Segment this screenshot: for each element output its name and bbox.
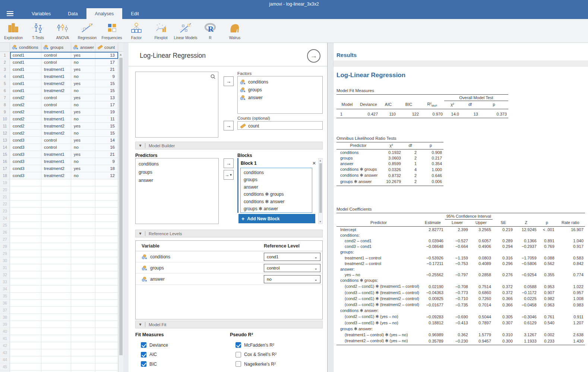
- cell[interactable]: 9: [95, 158, 118, 165]
- cell[interactable]: no: [71, 158, 95, 165]
- cell[interactable]: [10, 201, 41, 208]
- cell[interactable]: control: [41, 52, 71, 59]
- scroll-up-icon[interactable]: ▲: [119, 53, 122, 56]
- cell[interactable]: [10, 286, 41, 293]
- cell[interactable]: [71, 186, 95, 193]
- row-number[interactable]: 34: [0, 286, 10, 293]
- row-number[interactable]: 5: [0, 80, 10, 87]
- cell[interactable]: treatment2: [41, 130, 71, 137]
- cell[interactable]: [95, 215, 118, 222]
- cell[interactable]: [41, 236, 71, 243]
- cell[interactable]: [71, 286, 95, 293]
- cell[interactable]: [95, 179, 118, 186]
- row-number[interactable]: 28: [0, 243, 10, 250]
- cell[interactable]: [95, 278, 118, 286]
- cell[interactable]: [95, 342, 118, 349]
- cell[interactable]: [71, 257, 95, 264]
- cell[interactable]: [10, 236, 41, 243]
- cell[interactable]: [95, 307, 118, 314]
- scroll-up-icon[interactable]: ▲: [319, 159, 322, 162]
- cell[interactable]: [95, 236, 118, 243]
- cell[interactable]: [95, 201, 118, 208]
- factors-list[interactable]: aconditionsagroupsaanswer: [237, 76, 323, 114]
- cell[interactable]: treatment1: [41, 116, 71, 123]
- ribbon-item-flexplot[interactable]: Flexplot: [149, 19, 173, 42]
- cell[interactable]: [10, 342, 41, 349]
- variable-item-count[interactable]: count: [238, 122, 322, 130]
- cell[interactable]: cond2: [10, 130, 41, 137]
- row-number[interactable]: 15: [0, 151, 10, 158]
- cell[interactable]: cond1: [10, 73, 41, 80]
- chevron-down-icon[interactable]: ▼: [136, 231, 145, 236]
- cell[interactable]: [71, 222, 95, 229]
- tab-data[interactable]: Data: [59, 8, 86, 19]
- cell[interactable]: cond3: [10, 144, 41, 151]
- cell[interactable]: yes: [71, 108, 95, 116]
- cell[interactable]: [71, 314, 95, 321]
- cell[interactable]: treatment2: [41, 80, 71, 87]
- row-number[interactable]: 20: [0, 186, 10, 193]
- row-number[interactable]: 41: [0, 335, 10, 342]
- cell[interactable]: [95, 328, 118, 335]
- cell[interactable]: 11: [95, 116, 118, 123]
- row-number[interactable]: 40: [0, 328, 10, 335]
- cell[interactable]: [41, 243, 71, 250]
- cell[interactable]: cond2: [10, 101, 41, 108]
- cell[interactable]: [71, 215, 95, 222]
- cell[interactable]: yes: [71, 165, 95, 172]
- cell[interactable]: control: [41, 101, 71, 108]
- cell[interactable]: control: [41, 144, 71, 151]
- cell[interactable]: [10, 186, 41, 193]
- cell[interactable]: 14: [95, 137, 118, 144]
- cell[interactable]: 19: [95, 108, 118, 116]
- hide-options-arrow-button[interactable]: →: [307, 49, 320, 63]
- predictor-item-groups[interactable]: groups: [136, 168, 218, 176]
- column-header-answer[interactable]: aanswer: [71, 43, 95, 51]
- row-number[interactable]: 1: [0, 52, 10, 59]
- row-number[interactable]: 29: [0, 250, 10, 257]
- row-number[interactable]: 25: [0, 222, 10, 229]
- row-number[interactable]: 3: [0, 66, 10, 73]
- cell[interactable]: [10, 293, 41, 300]
- cell[interactable]: [71, 321, 95, 328]
- cell[interactable]: [10, 193, 41, 201]
- row-number[interactable]: 14: [0, 144, 10, 151]
- row-number[interactable]: 26: [0, 229, 10, 236]
- cell[interactable]: [41, 371, 71, 372]
- ribbon-item-walrus[interactable]: Walrus: [222, 19, 247, 42]
- cell[interactable]: [10, 349, 41, 356]
- cell[interactable]: [10, 229, 41, 236]
- chevron-down-icon[interactable]: ▼: [136, 322, 145, 327]
- reference-level-select-answer[interactable]: no⌄: [264, 275, 320, 283]
- cell[interactable]: [41, 293, 71, 300]
- cell[interactable]: 9: [95, 73, 118, 80]
- row-number[interactable]: 13: [0, 137, 10, 144]
- cell[interactable]: cond3: [10, 172, 41, 179]
- cell[interactable]: [95, 229, 118, 236]
- cell[interactable]: [71, 307, 95, 314]
- cell[interactable]: [95, 356, 118, 363]
- cell[interactable]: yes: [71, 94, 95, 101]
- cell[interactable]: no: [71, 87, 95, 94]
- cell[interactable]: [10, 215, 41, 222]
- cell[interactable]: [41, 179, 71, 186]
- scrollbar-thumb[interactable]: [119, 58, 123, 355]
- cell[interactable]: yes: [71, 137, 95, 144]
- cell[interactable]: [71, 264, 95, 271]
- cell[interactable]: [10, 307, 41, 314]
- cell[interactable]: [41, 271, 71, 278]
- cell[interactable]: [41, 335, 71, 342]
- cell[interactable]: yes: [71, 151, 95, 158]
- row-number[interactable]: 31: [0, 264, 10, 271]
- cell[interactable]: 13: [95, 94, 118, 101]
- cell[interactable]: treatment1: [41, 158, 71, 165]
- cell[interactable]: control: [41, 137, 71, 144]
- cell[interactable]: [41, 278, 71, 286]
- reference-level-select-groups[interactable]: control⌄: [264, 264, 320, 272]
- row-number[interactable]: 43: [0, 349, 10, 356]
- cell[interactable]: [95, 193, 118, 201]
- cell[interactable]: treatment1: [41, 66, 71, 73]
- row-number[interactable]: 22: [0, 201, 10, 208]
- close-block-icon[interactable]: ✕: [312, 161, 317, 166]
- row-number[interactable]: 44: [0, 356, 10, 363]
